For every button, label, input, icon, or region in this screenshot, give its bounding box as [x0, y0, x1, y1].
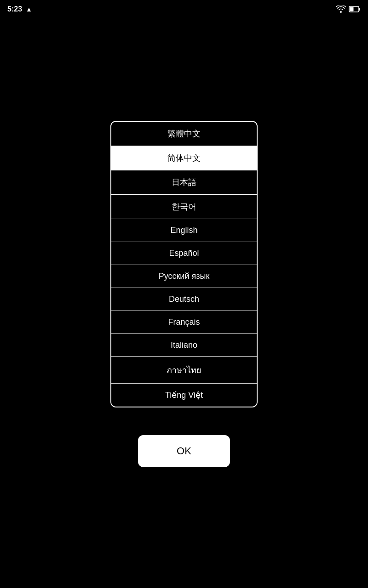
language-item-vi[interactable]: Tiếng Việt — [111, 384, 257, 407]
language-item-es[interactable]: Español — [111, 242, 257, 265]
language-item-zh-cn[interactable]: 简体中文 — [111, 146, 257, 170]
language-item-ja[interactable]: 日本語 — [111, 170, 257, 195]
language-item-th[interactable]: ภาษาไทย — [111, 357, 257, 384]
language-item-ru[interactable]: Русский язык — [111, 265, 257, 288]
language-item-fr[interactable]: Français — [111, 311, 257, 334]
language-item-de[interactable]: Deutsch — [111, 288, 257, 311]
main-container: 繁體中文简体中文日本語한국어EnglishEspañolРусский язык… — [0, 0, 368, 588]
language-item-en[interactable]: English — [111, 219, 257, 242]
language-item-it[interactable]: Italiano — [111, 334, 257, 357]
language-item-zh-tw[interactable]: 繁體中文 — [111, 122, 257, 146]
ok-button[interactable]: OK — [138, 435, 230, 467]
language-item-ko[interactable]: 한국어 — [111, 195, 257, 219]
language-list: 繁體中文简体中文日本語한국어EnglishEspañolРусский язык… — [110, 121, 258, 407]
